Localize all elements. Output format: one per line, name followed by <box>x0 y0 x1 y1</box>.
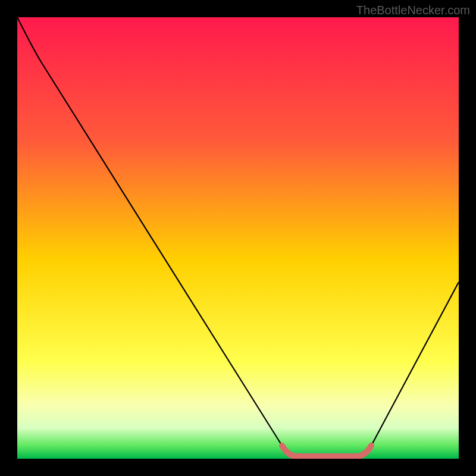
watermark-text: TheBottleNecker.com <box>356 4 470 17</box>
gradient-background <box>17 17 459 459</box>
chart-svg <box>17 17 459 459</box>
chart-frame: TheBottleNecker.com <box>0 0 476 476</box>
plot-area <box>17 17 459 459</box>
